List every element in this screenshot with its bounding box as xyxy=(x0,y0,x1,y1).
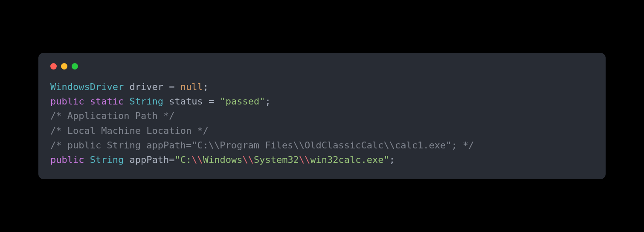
code-token xyxy=(84,154,90,165)
code-window: WindowsDriver driver = null;public stati… xyxy=(38,53,606,179)
code-token xyxy=(124,96,129,107)
code-token: ; xyxy=(389,154,395,165)
code-content: WindowsDriver driver = null;public stati… xyxy=(50,80,594,167)
code-token xyxy=(84,96,90,107)
code-line: WindowsDriver driver = null; xyxy=(50,80,594,94)
code-token: "passed" xyxy=(220,96,265,107)
code-line: public String appPath="C:\\Windows\\Syst… xyxy=(50,153,594,167)
code-token: /* public String appPath="C:\\Program Fi… xyxy=(50,140,474,151)
minimize-icon[interactable] xyxy=(61,63,67,70)
code-token: null xyxy=(180,81,203,92)
code-line: /* public String appPath="C:\\Program Fi… xyxy=(50,138,594,153)
code-token: ; xyxy=(265,96,270,107)
code-token: ; xyxy=(203,81,209,92)
window-controls xyxy=(50,63,594,70)
code-token: String xyxy=(90,154,124,165)
code-token: status xyxy=(163,96,209,107)
code-token: \\ xyxy=(191,154,203,165)
code-token: = xyxy=(169,154,174,165)
code-token: "C: xyxy=(174,154,191,165)
code-token: String xyxy=(129,96,163,107)
code-token: System32 xyxy=(254,154,299,165)
code-token xyxy=(174,81,180,92)
code-token: Windows xyxy=(203,154,243,165)
code-token: \\ xyxy=(242,154,254,165)
code-line: /* Local Machine Location */ xyxy=(50,124,594,138)
code-token: /* Local Machine Location */ xyxy=(50,125,209,136)
code-line: /* Application Path */ xyxy=(50,109,594,123)
code-token: win32calc.exe" xyxy=(310,154,389,165)
code-token: /* Application Path */ xyxy=(50,110,174,121)
code-token xyxy=(214,96,220,107)
code-token: WindowsDriver xyxy=(50,81,124,92)
code-line: public static String status = "passed"; xyxy=(50,94,594,109)
code-token: = xyxy=(209,96,214,107)
code-token: static xyxy=(90,96,124,107)
code-token: = xyxy=(169,81,174,92)
code-token: driver xyxy=(124,81,169,92)
code-token: \\ xyxy=(299,154,310,165)
close-icon[interactable] xyxy=(50,63,57,70)
code-token: appPath xyxy=(124,154,169,165)
maximize-icon[interactable] xyxy=(72,63,78,70)
code-token: public xyxy=(50,96,84,107)
code-token: public xyxy=(50,154,84,165)
